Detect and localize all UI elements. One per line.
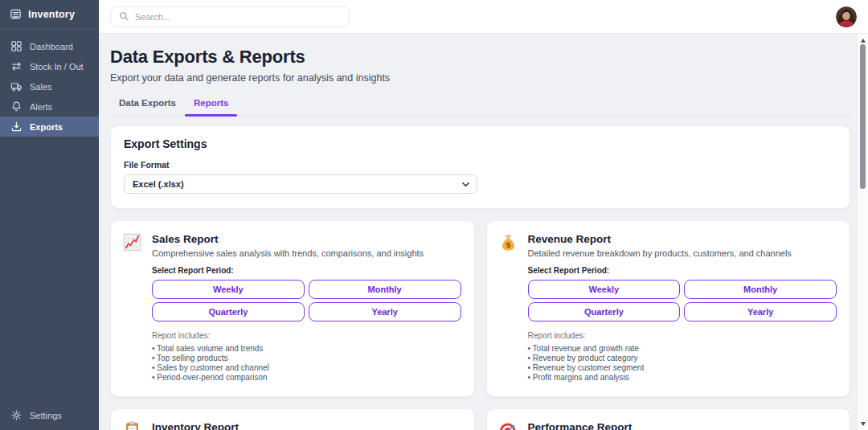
gear-icon — [10, 409, 23, 421]
period-monthly-button[interactable]: Monthly — [309, 280, 461, 299]
report-include-item: Total revenue and growth rate — [528, 344, 837, 354]
sidebar: Inventory Dashboard Stock In / Out Sales — [0, 0, 99, 430]
revenue-report-card: $ Revenue Report Detailed revenue breakd… — [486, 220, 851, 397]
report-includes-label: Report includes: — [152, 331, 461, 340]
search-icon — [119, 11, 129, 22]
report-title: Inventory Report — [152, 421, 461, 430]
report-title: Performance Report — [528, 421, 837, 430]
period-yearly-button[interactable]: Yearly — [684, 302, 837, 321]
report-title: Revenue Report — [528, 233, 837, 245]
report-body: Revenue Report Detailed revenue breakdow… — [528, 231, 837, 387]
sidebar-item-exports[interactable]: Exports — [0, 117, 99, 137]
sidebar-item-label: Dashboard — [30, 42, 73, 51]
target-icon — [498, 420, 518, 430]
app-name: Inventory — [28, 9, 75, 20]
period-quarterly-button[interactable]: Quarterly — [152, 302, 305, 321]
report-body: Performance Report — [528, 419, 837, 430]
dashboard-icon — [10, 40, 23, 52]
report-includes-list: Total revenue and growth rate Revenue by… — [528, 344, 837, 383]
main-content: Data Exports & Reports Export your data … — [99, 34, 857, 430]
swap-arrows-icon — [10, 60, 23, 72]
svg-text:$: $ — [506, 240, 511, 249]
sidebar-item-label: Stock In / Out — [30, 62, 84, 72]
export-settings-card: Export Settings File Format Excel (.xlsx… — [110, 125, 850, 209]
export-settings-title: Export Settings — [124, 137, 837, 150]
report-include-item: Revenue by product category — [528, 354, 837, 363]
sidebar-footer: Settings — [0, 405, 99, 430]
chevron-down-icon — [462, 182, 469, 187]
report-body: Sales Report Comprehensive sales analysi… — [152, 231, 461, 387]
file-format-value: Excel (.xlsx) — [133, 179, 184, 189]
search-input[interactable] — [135, 12, 328, 22]
reports-grid: Sales Report Comprehensive sales analysi… — [110, 220, 850, 430]
file-format-label: File Format — [124, 160, 837, 170]
scrollbar-thumb[interactable] — [860, 44, 866, 189]
topbar — [99, 0, 868, 34]
report-period-buttons: Weekly Monthly Quarterly Yearly — [528, 280, 837, 321]
period-weekly-button[interactable]: Weekly — [528, 280, 681, 299]
search-box[interactable] — [110, 6, 350, 27]
report-include-item: Profit margins and analysis — [528, 373, 837, 383]
bell-icon — [10, 100, 23, 113]
archive-icon — [10, 8, 22, 20]
file-format-select[interactable]: Excel (.xlsx) — [124, 174, 477, 194]
report-include-item: Top selling products — [152, 354, 461, 363]
page-title: Data Exports & Reports — [110, 47, 850, 68]
clipboard-icon — [122, 420, 142, 430]
period-monthly-button[interactable]: Monthly — [684, 280, 837, 299]
sales-report-card: Sales Report Comprehensive sales analysi… — [110, 220, 475, 397]
sidebar-nav: Dashboard Stock In / Out Sales Alerts — [0, 36, 99, 137]
avatar-image — [836, 6, 857, 27]
sidebar-item-label: Exports — [30, 122, 63, 132]
report-include-item: Sales by customer and channel — [152, 363, 461, 373]
sidebar-item-label: Alerts — [30, 102, 52, 112]
tab-bar: Data Exports Reports — [110, 98, 850, 116]
report-include-item: Total sales volume and trends — [152, 344, 461, 354]
tab-data-exports[interactable]: Data Exports — [110, 98, 185, 115]
report-includes-label: Report includes: — [528, 331, 837, 340]
report-includes-list: Total sales volume and trends Top sellin… — [152, 344, 461, 383]
period-yearly-button[interactable]: Yearly — [309, 302, 461, 321]
sidebar-item-stock-in-out[interactable]: Stock In / Out — [0, 56, 99, 76]
sidebar-item-label: Sales — [30, 82, 52, 92]
page-subtitle: Export your data and generate reports fo… — [110, 72, 850, 84]
inventory-report-card: Inventory Report — [110, 408, 475, 430]
sidebar-item-alerts[interactable]: Alerts — [0, 96, 99, 117]
period-quarterly-button[interactable]: Quarterly — [528, 302, 681, 321]
scroll-down-arrow-icon[interactable] — [858, 419, 868, 428]
download-icon — [10, 121, 23, 133]
report-period-label: Select Report Period: — [528, 266, 837, 275]
period-weekly-button[interactable]: Weekly — [152, 280, 305, 299]
app-window: { "app": { "name": "Inventory", "logo_ic… — [0, 0, 868, 430]
performance-report-card: Performance Report — [486, 408, 851, 430]
report-description: Detailed revenue breakdown by products, … — [528, 248, 837, 258]
report-body: Inventory Report — [152, 419, 461, 430]
truck-icon — [10, 80, 23, 92]
tab-reports[interactable]: Reports — [185, 98, 237, 115]
app-logo[interactable]: Inventory — [0, 0, 99, 30]
report-period-buttons: Weekly Monthly Quarterly Yearly — [152, 280, 461, 321]
chart-increasing-icon — [122, 232, 142, 252]
report-description: Comprehensive sales analysis with trends… — [152, 248, 461, 258]
sidebar-item-dashboard[interactable]: Dashboard — [0, 36, 99, 56]
report-period-label: Select Report Period: — [152, 266, 461, 275]
report-include-item: Period-over-period comparison — [152, 373, 461, 383]
sidebar-item-label: Settings — [30, 411, 62, 420]
sidebar-item-sales[interactable]: Sales — [0, 76, 99, 96]
report-title: Sales Report — [152, 233, 461, 245]
user-avatar[interactable] — [836, 6, 857, 27]
money-bag-icon: $ — [498, 232, 518, 252]
vertical-scrollbar[interactable] — [857, 34, 868, 430]
report-include-item: Revenue by customer segment — [528, 363, 837, 373]
sidebar-item-settings[interactable]: Settings — [0, 405, 99, 425]
